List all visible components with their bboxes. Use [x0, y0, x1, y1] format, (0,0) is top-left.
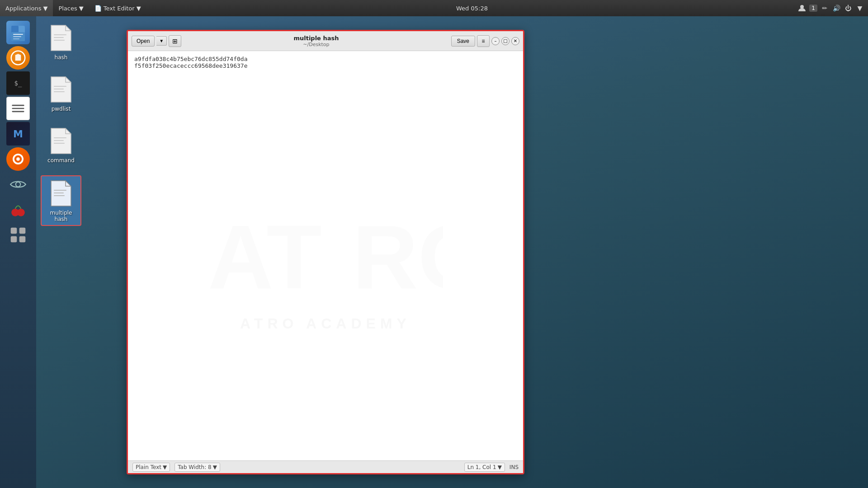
pen-icon[interactable]: ✏	[820, 4, 829, 13]
svg-rect-23	[54, 86, 66, 87]
places-menu[interactable]: Places ▼	[53, 0, 89, 16]
svg-rect-25	[54, 91, 65, 92]
tab-width-selector[interactable]: Tab Width: 8 ▼	[175, 463, 220, 472]
svg-rect-10	[12, 111, 24, 112]
svg-rect-21	[54, 37, 64, 38]
editor-title: multiple hash	[293, 35, 339, 42]
places-label: Places	[58, 5, 77, 12]
topbar: Applications ▼ Places ▼ 📄 Text Editor ▼ …	[0, 0, 868, 16]
svg-point-0	[800, 5, 804, 9]
watermark-text: ATRO ACADEMY	[240, 315, 411, 332]
text-editor-menu[interactable]: 📄 Text Editor ▼	[89, 0, 146, 16]
desktop-icon-hash[interactable]: hash	[41, 21, 81, 63]
svg-point-15	[17, 209, 25, 216]
svg-rect-24	[54, 89, 64, 89]
svg-rect-31	[54, 195, 65, 196]
position-selector[interactable]: Ln 1, Col 1 ▼	[464, 463, 505, 472]
plain-text-label: Plain Text	[136, 464, 161, 470]
svg-rect-19	[19, 236, 26, 243]
svg-point-12	[16, 157, 20, 161]
desktop: $_ M	[0, 16, 868, 488]
text-editor-label: Text Editor	[104, 5, 135, 12]
maximize-button[interactable]: □	[501, 37, 509, 45]
settings-arrow[interactable]: ▼	[855, 4, 864, 13]
metasploit-letter: M	[13, 128, 23, 140]
sidebar-item-usb[interactable]	[6, 46, 30, 70]
datetime-display: Wed 05:28	[456, 5, 488, 12]
sidebar-item-eye[interactable]	[6, 173, 30, 196]
file-line-1: a9fdfa038c4b75ebc76dc855dd74f0da	[134, 56, 517, 62]
hash-icon-label: hash	[55, 54, 68, 61]
text-editor-icon-small: 📄	[94, 5, 102, 12]
desktop-icons: hash pwdlist command	[41, 21, 140, 226]
save-button[interactable]: Save	[451, 36, 475, 47]
svg-rect-28	[54, 143, 65, 144]
file-line-2: f5f03f250ecaceccc69568dee319637e	[134, 62, 517, 69]
position-arrow: ▼	[498, 464, 502, 470]
places-arrow: ▼	[79, 5, 84, 12]
svg-rect-30	[54, 192, 64, 193]
terminal-label: $_	[14, 80, 22, 87]
editor-content[interactable]: a9fdfa038c4b75ebc76dc855dd74f0da f5f03f2…	[128, 51, 523, 460]
tab-width-label: Tab Width: 8	[178, 464, 211, 470]
multiple-hash-icon-label: multiple hash	[44, 210, 78, 222]
svg-rect-9	[12, 108, 24, 109]
applications-arrow: ▼	[43, 5, 47, 12]
watermark: AT RO ATRO ACADEMY	[208, 180, 443, 332]
ins-indicator: INS	[509, 464, 519, 470]
close-button[interactable]: ✕	[511, 37, 519, 45]
open-dropdown-button[interactable]: ▼	[156, 36, 167, 46]
svg-rect-16	[11, 228, 17, 234]
svg-rect-26	[54, 137, 66, 138]
svg-text:AT: AT	[208, 206, 322, 307]
sidebar-item-terminal[interactable]: $_	[6, 71, 30, 95]
sidebar-item-burpsuite[interactable]	[6, 147, 30, 171]
desktop-icon-multiple-hash[interactable]: multiple hash	[41, 175, 81, 226]
minimize-button[interactable]: –	[491, 37, 500, 45]
svg-point-13	[16, 182, 21, 187]
svg-rect-6	[13, 38, 19, 39]
plain-text-selector[interactable]: Plain Text ▼	[132, 463, 170, 472]
svg-rect-5	[13, 36, 21, 37]
sidebar-item-cherries[interactable]	[6, 198, 30, 221]
svg-rect-17	[19, 228, 26, 234]
new-file-icon: ⊞	[172, 38, 178, 45]
sidebar-item-notes[interactable]	[6, 97, 30, 120]
command-icon-label: command	[47, 157, 75, 164]
desktop-icon-pwdlist[interactable]: pwdlist	[41, 72, 81, 115]
svg-rect-29	[54, 190, 66, 191]
user-icon[interactable]	[797, 4, 807, 13]
text-editor-arrow: ▼	[137, 5, 141, 12]
position-label: Ln 1, Col 1	[467, 464, 496, 470]
workspace-badge[interactable]: 1	[809, 5, 817, 12]
plain-text-arrow: ▼	[163, 464, 167, 470]
pwdlist-icon-label: pwdlist	[52, 106, 71, 112]
editor-titlebar: Open ▼ ⊞ multiple hash ~/Desktop Save ≡ …	[128, 31, 523, 51]
editor-subtitle: ~/Desktop	[303, 42, 329, 47]
volume-icon[interactable]: 🔊	[832, 4, 841, 13]
svg-rect-20	[54, 34, 66, 35]
text-editor-window: Open ▼ ⊞ multiple hash ~/Desktop Save ≡ …	[127, 30, 524, 474]
applications-label: Applications	[5, 5, 41, 12]
tab-width-arrow: ▼	[213, 464, 217, 470]
applications-menu[interactable]: Applications ▼	[0, 0, 53, 16]
new-file-button[interactable]: ⊞	[169, 35, 181, 47]
svg-text:RO: RO	[353, 206, 443, 307]
sidebar-item-grid[interactable]	[6, 223, 30, 247]
svg-rect-22	[54, 40, 65, 41]
sidebar: $_ M	[0, 16, 36, 488]
svg-rect-18	[11, 236, 17, 243]
power-icon[interactable]: ⏻	[844, 4, 853, 13]
svg-rect-27	[54, 140, 64, 141]
open-button[interactable]: Open	[132, 36, 155, 47]
sidebar-item-metasploit[interactable]: M	[6, 122, 30, 145]
svg-rect-4	[13, 34, 23, 35]
desktop-icon-command[interactable]: command	[41, 124, 81, 166]
menu-button[interactable]: ≡	[477, 35, 490, 47]
svg-rect-8	[12, 105, 24, 106]
editor-statusbar: Plain Text ▼ Tab Width: 8 ▼ Ln 1, Col 1 …	[128, 460, 523, 473]
sidebar-item-files[interactable]	[6, 21, 30, 44]
